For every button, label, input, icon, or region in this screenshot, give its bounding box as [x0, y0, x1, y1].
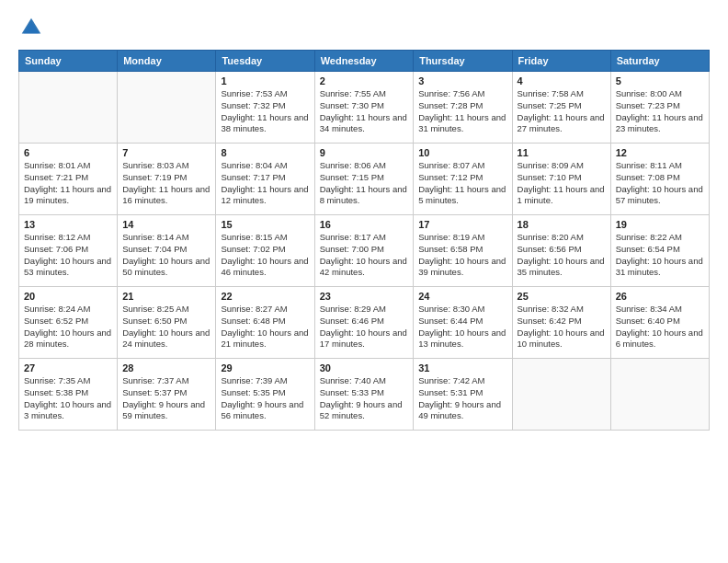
day-info: Sunrise: 7:55 AMSunset: 7:30 PMDaylight:… — [320, 88, 409, 135]
calendar-cell: 2Sunrise: 7:55 AMSunset: 7:30 PMDaylight… — [314, 72, 414, 144]
calendar-cell: 6Sunrise: 8:01 AMSunset: 7:21 PMDaylight… — [19, 144, 118, 215]
day-info: Sunrise: 8:19 AMSunset: 6:58 PMDaylight:… — [418, 232, 506, 279]
calendar-cell: 20Sunrise: 8:24 AMSunset: 6:52 PMDayligh… — [19, 287, 118, 359]
day-number: 3 — [418, 75, 506, 86]
day-info: Sunrise: 8:12 AMSunset: 7:06 PMDaylight:… — [24, 232, 112, 279]
day-info: Sunrise: 7:56 AMSunset: 7:28 PMDaylight:… — [418, 88, 506, 135]
day-info: Sunrise: 8:01 AMSunset: 7:21 PMDaylight:… — [24, 160, 112, 207]
calendar-cell: 30Sunrise: 7:40 AMSunset: 5:33 PMDayligh… — [314, 359, 414, 431]
day-of-week-header: Saturday — [610, 51, 709, 72]
day-number: 28 — [122, 362, 210, 373]
calendar-week-row: 6Sunrise: 8:01 AMSunset: 7:21 PMDaylight… — [19, 144, 710, 215]
calendar-cell: 24Sunrise: 8:30 AMSunset: 6:44 PMDayligh… — [414, 287, 512, 359]
day-number: 18 — [518, 219, 606, 230]
calendar-cell: 13Sunrise: 8:12 AMSunset: 7:06 PMDayligh… — [19, 215, 118, 287]
calendar-table: SundayMondayTuesdayWednesdayThursdayFrid… — [18, 50, 710, 431]
day-number: 21 — [122, 291, 210, 302]
day-info: Sunrise: 7:53 AMSunset: 7:32 PMDaylight:… — [221, 88, 309, 135]
day-of-week-header: Friday — [512, 51, 610, 72]
calendar-cell: 15Sunrise: 8:15 AMSunset: 7:02 PMDayligh… — [216, 215, 314, 287]
calendar-cell: 12Sunrise: 8:11 AMSunset: 7:08 PMDayligh… — [610, 144, 709, 215]
day-number: 15 — [221, 219, 309, 230]
calendar-cell: 7Sunrise: 8:03 AMSunset: 7:19 PMDaylight… — [118, 144, 216, 215]
day-number: 31 — [418, 362, 506, 373]
day-info: Sunrise: 8:25 AMSunset: 6:50 PMDaylight:… — [122, 304, 210, 350]
day-number: 22 — [221, 291, 309, 302]
calendar-cell: 28Sunrise: 7:37 AMSunset: 5:37 PMDayligh… — [118, 359, 216, 431]
day-number: 25 — [518, 291, 606, 302]
calendar-cell: 10Sunrise: 8:07 AMSunset: 7:12 PMDayligh… — [414, 144, 512, 215]
calendar-cell: 1Sunrise: 7:53 AMSunset: 7:32 PMDaylight… — [216, 72, 314, 144]
day-number: 26 — [616, 291, 704, 302]
calendar-body: 1Sunrise: 7:53 AMSunset: 7:32 PMDaylight… — [19, 72, 710, 431]
day-number: 4 — [518, 75, 606, 86]
day-number: 19 — [616, 219, 704, 230]
calendar-cell: 17Sunrise: 8:19 AMSunset: 6:58 PMDayligh… — [414, 215, 512, 287]
day-info: Sunrise: 8:09 AMSunset: 7:10 PMDaylight:… — [518, 160, 606, 207]
day-number: 29 — [221, 362, 309, 373]
day-number: 12 — [616, 147, 704, 158]
header-row: SundayMondayTuesdayWednesdayThursdayFrid… — [19, 51, 710, 72]
calendar-week-row: 20Sunrise: 8:24 AMSunset: 6:52 PMDayligh… — [19, 287, 710, 359]
calendar-cell: 25Sunrise: 8:32 AMSunset: 6:42 PMDayligh… — [512, 287, 610, 359]
day-number: 6 — [24, 147, 112, 158]
header — [18, 15, 710, 40]
day-info: Sunrise: 8:11 AMSunset: 7:08 PMDaylight:… — [616, 160, 704, 207]
day-number: 2 — [320, 75, 409, 86]
day-info: Sunrise: 8:14 AMSunset: 7:04 PMDaylight:… — [122, 232, 210, 279]
calendar-cell: 29Sunrise: 7:39 AMSunset: 5:35 PMDayligh… — [216, 359, 314, 431]
day-number: 20 — [24, 291, 112, 302]
calendar-cell: 31Sunrise: 7:42 AMSunset: 5:31 PMDayligh… — [414, 359, 512, 431]
calendar-cell: 19Sunrise: 8:22 AMSunset: 6:54 PMDayligh… — [610, 215, 709, 287]
calendar-cell — [610, 359, 709, 431]
day-info: Sunrise: 8:04 AMSunset: 7:17 PMDaylight:… — [221, 160, 309, 207]
day-number: 13 — [24, 219, 112, 230]
day-info: Sunrise: 8:03 AMSunset: 7:19 PMDaylight:… — [122, 160, 210, 207]
day-number: 30 — [320, 362, 409, 373]
calendar-cell: 11Sunrise: 8:09 AMSunset: 7:10 PMDayligh… — [512, 144, 610, 215]
day-info: Sunrise: 8:17 AMSunset: 7:00 PMDaylight:… — [320, 232, 409, 279]
day-of-week-header: Thursday — [414, 51, 512, 72]
day-of-week-header: Tuesday — [216, 51, 314, 72]
calendar-header: SundayMondayTuesdayWednesdayThursdayFrid… — [19, 51, 710, 72]
day-info: Sunrise: 8:07 AMSunset: 7:12 PMDaylight:… — [418, 160, 506, 207]
day-number: 16 — [320, 219, 409, 230]
calendar-cell — [512, 359, 610, 431]
calendar-cell: 23Sunrise: 8:29 AMSunset: 6:46 PMDayligh… — [314, 287, 414, 359]
day-number: 24 — [418, 291, 506, 302]
day-info: Sunrise: 7:37 AMSunset: 5:37 PMDaylight:… — [122, 375, 210, 422]
page: SundayMondayTuesdayWednesdayThursdayFrid… — [0, 0, 728, 440]
day-info: Sunrise: 7:39 AMSunset: 5:35 PMDaylight:… — [221, 375, 309, 422]
day-number: 14 — [122, 219, 210, 230]
day-number: 7 — [122, 147, 210, 158]
day-info: Sunrise: 7:40 AMSunset: 5:33 PMDaylight:… — [320, 375, 409, 422]
day-number: 9 — [320, 147, 409, 158]
calendar-cell: 18Sunrise: 8:20 AMSunset: 6:56 PMDayligh… — [512, 215, 610, 287]
day-info: Sunrise: 7:58 AMSunset: 7:25 PMDaylight:… — [518, 88, 606, 135]
day-info: Sunrise: 8:32 AMSunset: 6:42 PMDaylight:… — [518, 304, 606, 350]
calendar-week-row: 27Sunrise: 7:35 AMSunset: 5:38 PMDayligh… — [19, 359, 710, 431]
day-info: Sunrise: 8:34 AMSunset: 6:40 PMDaylight:… — [616, 304, 704, 350]
day-of-week-header: Sunday — [19, 51, 118, 72]
calendar-week-row: 1Sunrise: 7:53 AMSunset: 7:32 PMDaylight… — [19, 72, 710, 144]
calendar-cell: 4Sunrise: 7:58 AMSunset: 7:25 PMDaylight… — [512, 72, 610, 144]
logo — [18, 15, 48, 40]
day-info: Sunrise: 7:42 AMSunset: 5:31 PMDaylight:… — [418, 375, 506, 422]
logo-icon — [18, 15, 44, 40]
calendar-cell: 16Sunrise: 8:17 AMSunset: 7:00 PMDayligh… — [314, 215, 414, 287]
calendar-week-row: 13Sunrise: 8:12 AMSunset: 7:06 PMDayligh… — [19, 215, 710, 287]
calendar-cell: 22Sunrise: 8:27 AMSunset: 6:48 PMDayligh… — [216, 287, 314, 359]
day-info: Sunrise: 7:35 AMSunset: 5:38 PMDaylight:… — [24, 375, 112, 422]
calendar-cell: 8Sunrise: 8:04 AMSunset: 7:17 PMDaylight… — [216, 144, 314, 215]
calendar-cell: 9Sunrise: 8:06 AMSunset: 7:15 PMDaylight… — [314, 144, 414, 215]
day-info: Sunrise: 8:22 AMSunset: 6:54 PMDaylight:… — [616, 232, 704, 279]
day-number: 5 — [616, 75, 704, 86]
day-number: 23 — [320, 291, 409, 302]
day-number: 17 — [418, 219, 506, 230]
day-of-week-header: Wednesday — [314, 51, 414, 72]
day-info: Sunrise: 8:30 AMSunset: 6:44 PMDaylight:… — [418, 304, 506, 350]
day-info: Sunrise: 8:29 AMSunset: 6:46 PMDaylight:… — [320, 304, 409, 350]
day-number: 27 — [24, 362, 112, 373]
day-info: Sunrise: 8:20 AMSunset: 6:56 PMDaylight:… — [518, 232, 606, 279]
day-info: Sunrise: 8:06 AMSunset: 7:15 PMDaylight:… — [320, 160, 409, 207]
